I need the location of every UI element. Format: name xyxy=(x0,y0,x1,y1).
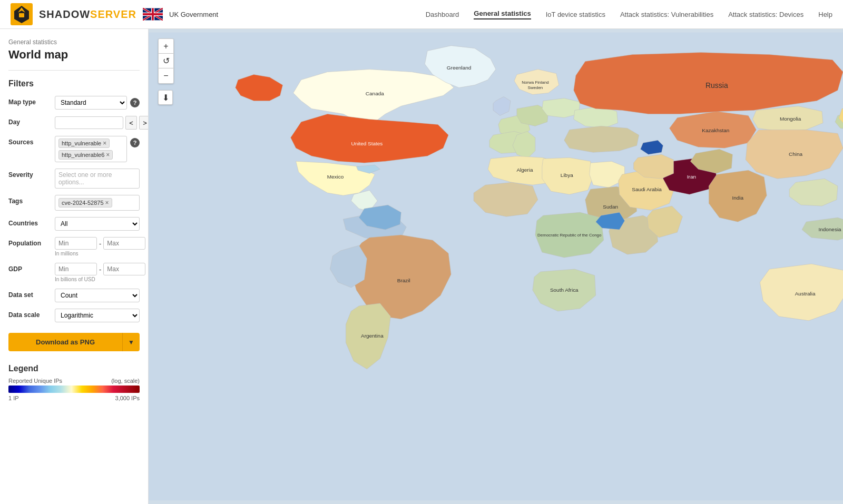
severity-tag-box[interactable]: Select one or more options... xyxy=(55,169,140,189)
shadowserver-logo-icon xyxy=(11,3,33,25)
severity-placeholder: Select one or more options... xyxy=(58,171,136,186)
main-nav: Dashboard General statistics IoT device … xyxy=(426,9,832,19)
nav-dashboard[interactable]: Dashboard xyxy=(426,11,459,18)
logo-shadow: SHADOW xyxy=(39,8,90,20)
countries-control: All xyxy=(55,217,140,231)
gdp-control: - In billions of USD xyxy=(55,263,145,282)
layers-icon: ⬇ xyxy=(162,93,169,103)
countries-row: Countries All xyxy=(8,217,140,231)
severity-row: Severity Select one or more options... xyxy=(8,169,140,189)
map-area[interactable]: + ↺ − ⬇ Canada Greenland United S xyxy=(149,29,843,504)
severity-control: Select one or more options... xyxy=(55,169,140,189)
map-type-control: Standard Satellite xyxy=(55,96,127,110)
nav-attack-devices[interactable]: Attack statistics: Devices xyxy=(728,11,803,18)
zoom-in-button[interactable]: + xyxy=(159,39,173,54)
source-chip-0: http_vulnerable × xyxy=(58,139,110,148)
world-map-svg: Canada Greenland United States Mexico Br… xyxy=(149,29,843,504)
data-set-row: Data set Count Per capita xyxy=(8,289,140,302)
day-row: Day 2025-02-09 < > xyxy=(8,116,140,130)
gdp-min-input[interactable] xyxy=(55,263,97,275)
source-chip-label-1: http_vulnerable6 xyxy=(62,152,104,158)
legend-title: Legend xyxy=(8,364,140,373)
day-control: 2025-02-09 < > xyxy=(55,116,149,130)
main-layout: General statistics World map Filters Map… xyxy=(0,29,843,504)
tags-label: Tags xyxy=(8,195,52,205)
tag-chip-label-0: cve-2024-52875 xyxy=(62,200,104,206)
gdp-max-input[interactable] xyxy=(103,263,145,275)
layers-button[interactable]: ⬇ xyxy=(158,90,173,105)
countries-label: Countries xyxy=(8,217,52,227)
population-row: Population - In millions xyxy=(8,237,140,256)
data-scale-select[interactable]: Logarithmic Linear xyxy=(55,309,140,322)
legend-label-row: Reported Unique IPs (log, scale) xyxy=(8,378,140,384)
countries-select[interactable]: All xyxy=(55,217,140,231)
map-type-select[interactable]: Standard Satellite xyxy=(55,96,127,110)
logo-text: SHADOWSERVER xyxy=(39,8,136,21)
download-arrow-button[interactable]: ▼ xyxy=(122,333,140,351)
legend-min-label: 1 IP xyxy=(8,395,19,401)
population-min-input[interactable] xyxy=(55,237,97,250)
page-title: World map xyxy=(8,48,140,62)
nav-general-statistics[interactable]: General statistics xyxy=(474,9,531,19)
tag-chip-remove-0[interactable]: × xyxy=(105,199,109,206)
zoom-out-button[interactable]: − xyxy=(159,68,173,83)
legend-section: Legend Reported Unique IPs (log, scale) … xyxy=(8,364,140,401)
source-chip-label-0: http_vulnerable xyxy=(62,140,101,146)
sources-tag-box[interactable]: http_vulnerable × http_vulnerable6 × xyxy=(55,136,127,162)
source-chip-remove-0[interactable]: × xyxy=(103,140,106,147)
sources-label: Sources xyxy=(8,136,52,146)
nav-help[interactable]: Help xyxy=(818,11,832,18)
download-button[interactable]: Download as PNG xyxy=(8,333,122,351)
tags-control: cve-2024-52875 × xyxy=(55,195,140,211)
gdp-hint: In billions of USD xyxy=(55,276,145,282)
day-label: Day xyxy=(8,116,52,126)
legend-reported-label: Reported Unique IPs xyxy=(8,378,62,384)
gdp-label: GDP xyxy=(8,263,52,273)
data-set-label: Data set xyxy=(8,289,52,299)
population-control: - In millions xyxy=(55,237,145,256)
sources-row: Sources http_vulnerable × http_vulnerabl… xyxy=(8,136,140,162)
tags-row: Tags cve-2024-52875 × xyxy=(8,195,140,211)
download-btn-row: Download as PNG ▼ xyxy=(8,333,140,351)
sources-help-icon[interactable]: ? xyxy=(130,138,140,147)
filters-title: Filters xyxy=(8,79,140,88)
sidebar: General statistics World map Filters Map… xyxy=(0,29,149,504)
zoom-reset-button[interactable]: ↺ xyxy=(159,54,173,68)
map-type-label: Map type xyxy=(8,96,52,106)
data-scale-label: Data scale xyxy=(8,309,52,319)
zoom-controls: + ↺ − xyxy=(158,38,174,84)
severity-label: Severity xyxy=(8,169,52,179)
tags-tag-box[interactable]: cve-2024-52875 × xyxy=(55,195,140,211)
population-label: Population xyxy=(8,237,52,247)
day-prev-button[interactable]: < xyxy=(125,116,137,130)
population-max-input[interactable] xyxy=(103,237,145,250)
nav-attack-vulnerabilities[interactable]: Attack statistics: Vulnerabilities xyxy=(620,11,713,18)
data-scale-control: Logarithmic Linear xyxy=(55,309,140,322)
day-input[interactable]: 2025-02-09 xyxy=(55,116,123,129)
map-controls: + ↺ − ⬇ xyxy=(158,38,174,105)
breadcrumb: General statistics xyxy=(8,38,140,46)
gdp-range-separator: - xyxy=(99,265,101,273)
uk-gov-label: UK Government xyxy=(169,11,218,18)
uk-flag-icon xyxy=(143,8,163,21)
sources-control: http_vulnerable × http_vulnerable6 × xyxy=(55,136,127,162)
population-hint: In millions xyxy=(55,251,145,256)
header: SHADOWSERVER UK Government Dashboard Gen… xyxy=(0,0,843,29)
source-chip-remove-1[interactable]: × xyxy=(106,151,110,159)
gdp-row: GDP - In billions of USD xyxy=(8,263,140,282)
map-type-row: Map type Standard Satellite ? xyxy=(8,96,140,110)
tag-chip-0: cve-2024-52875 × xyxy=(58,198,112,207)
legend-range-row: 1 IP 3,000 IPs xyxy=(8,395,140,401)
source-chip-1: http_vulnerable6 × xyxy=(58,150,113,160)
data-set-control: Count Per capita xyxy=(55,289,140,302)
logo-area: SHADOWSERVER UK Government xyxy=(11,3,218,25)
logo-server: SERVER xyxy=(90,8,136,20)
map-type-help-icon[interactable]: ? xyxy=(130,98,140,107)
data-set-select[interactable]: Count Per capita xyxy=(55,289,140,302)
legend-scale-label: (log, scale) xyxy=(111,378,140,384)
legend-max-label: 3,000 IPs xyxy=(115,395,140,401)
day-next-button[interactable]: > xyxy=(139,116,149,130)
data-scale-row: Data scale Logarithmic Linear xyxy=(8,309,140,322)
nav-iot-statistics[interactable]: IoT device statistics xyxy=(546,11,605,18)
svg-rect-3 xyxy=(19,13,24,17)
